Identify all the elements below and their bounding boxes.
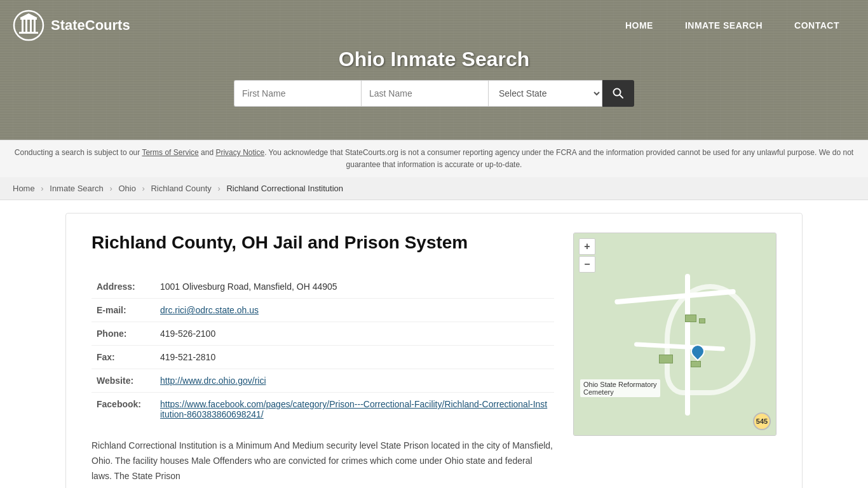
address-row: Address: 1001 Olivesburg Road, Mansfield… (92, 275, 554, 299)
map-controls: + − (579, 238, 595, 273)
fax-row: Fax: 419-521-2810 (92, 346, 554, 369)
info-table: Address: 1001 Olivesburg Road, Mansfield… (92, 275, 554, 426)
header-title-section: Ohio Inmate Search (0, 48, 868, 71)
breadcrumb-sep-4: › (218, 184, 220, 193)
breadcrumb-home[interactable]: Home (13, 184, 35, 193)
email-label: E-mail: (92, 299, 155, 322)
svg-rect-5 (30, 20, 32, 32)
breadcrumb-sep-3: › (142, 184, 145, 193)
map-cemetery-label: Ohio State ReformatoryCemetery (580, 379, 660, 397)
svg-rect-4 (25, 20, 27, 32)
map-loop (665, 284, 756, 395)
svg-line-9 (620, 95, 623, 98)
facebook-label: Facebook: (92, 393, 155, 426)
map-section: + − Ohio State ReformatoryCemetery 545 (573, 233, 776, 484)
disclaimer-text1: Conducting a search is subject to our (15, 148, 142, 157)
nav-home[interactable]: HOME (609, 14, 669, 37)
address-value: 1001 Olivesburg Road, Mansfield, OH 4490… (155, 275, 554, 299)
nav-links: HOME INMATE SEARCH CONTACT (609, 14, 855, 37)
website-label: Website: (92, 369, 155, 393)
content-card: Richland County, OH Jail and Prison Syst… (65, 213, 803, 488)
facebook-value: https://www.facebook.com/pages/category/… (155, 393, 554, 426)
search-button[interactable] (602, 80, 634, 107)
website-link[interactable]: http://www.drc.ohio.gov/rici (160, 376, 266, 386)
site-header: StateCourts HOME INMATE SEARCH CONTACT O… (0, 0, 868, 140)
breadcrumb-county[interactable]: Richland County (151, 184, 211, 193)
breadcrumb-sep-2: › (109, 184, 112, 193)
last-name-input[interactable] (361, 80, 488, 107)
map-pin-circle (688, 342, 708, 362)
website-value: http://www.drc.ohio.gov/rici (155, 369, 554, 393)
description-section: Richland Correctional Institution is a M… (92, 438, 554, 484)
disclaimer-bar: Conducting a search is subject to our Te… (0, 140, 868, 177)
map-zoom-out[interactable]: − (579, 256, 595, 273)
svg-rect-1 (19, 32, 38, 34)
facebook-link[interactable]: https://www.facebook.com/pages/category/… (160, 399, 547, 419)
breadcrumb-inmate-search[interactable]: Inmate Search (50, 184, 104, 193)
search-icon (613, 88, 624, 99)
svg-rect-6 (34, 20, 36, 32)
page-title: Ohio Inmate Search (0, 48, 868, 71)
breadcrumb-current: Richland Correctional Institution (226, 184, 343, 193)
svg-marker-7 (20, 13, 37, 18)
email-value: drc.rici@odrc.state.oh.us (155, 299, 554, 322)
phone-label: Phone: (92, 322, 155, 346)
email-row: E-mail: drc.rici@odrc.state.oh.us (92, 299, 554, 322)
svg-rect-2 (20, 18, 37, 20)
breadcrumb-sep-1: › (41, 184, 43, 193)
logo-text: StateCourts (51, 17, 130, 34)
nav-bar: StateCourts HOME INMATE SEARCH CONTACT (0, 0, 868, 51)
svg-rect-3 (22, 20, 24, 32)
phone-row: Phone: 419-526-2100 (92, 322, 554, 346)
email-link[interactable]: drc.rici@odrc.state.oh.us (160, 305, 259, 315)
logo-link[interactable]: StateCourts (13, 10, 130, 41)
fax-value: 419-521-2810 (155, 346, 554, 369)
map-building-3 (659, 355, 673, 363)
breadcrumb: Home › Inmate Search › Ohio › Richland C… (0, 177, 868, 200)
map-building-2 (699, 318, 705, 323)
map-zoom-in[interactable]: + (579, 238, 595, 255)
disclaimer-text3: . You acknowledge that StateCourts.org i… (264, 148, 853, 169)
privacy-link[interactable]: Privacy Notice (215, 148, 264, 157)
fax-label: Fax: (92, 346, 155, 369)
facebook-row: Facebook: https://www.facebook.com/pages… (92, 393, 554, 426)
breadcrumb-state[interactable]: Ohio (118, 184, 135, 193)
website-row: Website: http://www.drc.ohio.gov/rici (92, 369, 554, 393)
state-select[interactable]: Select StateAlabamaAlaskaArizonaArkansas… (488, 80, 602, 107)
phone-value: 419-526-2100 (155, 322, 554, 346)
description-text: Richland Correctional Institution is a M… (92, 438, 554, 484)
nav-contact[interactable]: CONTACT (778, 14, 855, 37)
map-container[interactable]: + − Ohio State ReformatoryCemetery 545 (573, 233, 776, 436)
logo-icon (13, 10, 44, 41)
search-bar: Select StateAlabamaAlaskaArizonaArkansas… (0, 80, 868, 107)
map-route-badge: 545 (753, 412, 771, 430)
facility-title: Richland County, OH Jail and Prison Syst… (92, 233, 554, 259)
first-name-input[interactable] (234, 80, 361, 107)
map-pin (691, 344, 705, 362)
nav-inmate-search[interactable]: INMATE SEARCH (669, 14, 778, 37)
map-inner: + − Ohio State ReformatoryCemetery 545 (574, 233, 776, 435)
map-building-1 (685, 315, 696, 322)
disclaimer-text2: and (199, 148, 216, 157)
map-label-text: Ohio State ReformatoryCemetery (583, 381, 657, 396)
content-wrapper: Richland County, OH Jail and Prison Syst… (53, 200, 815, 488)
tos-link[interactable]: Terms of Service (142, 148, 198, 157)
content-left: Richland County, OH Jail and Prison Syst… (92, 233, 554, 484)
address-label: Address: (92, 275, 155, 299)
